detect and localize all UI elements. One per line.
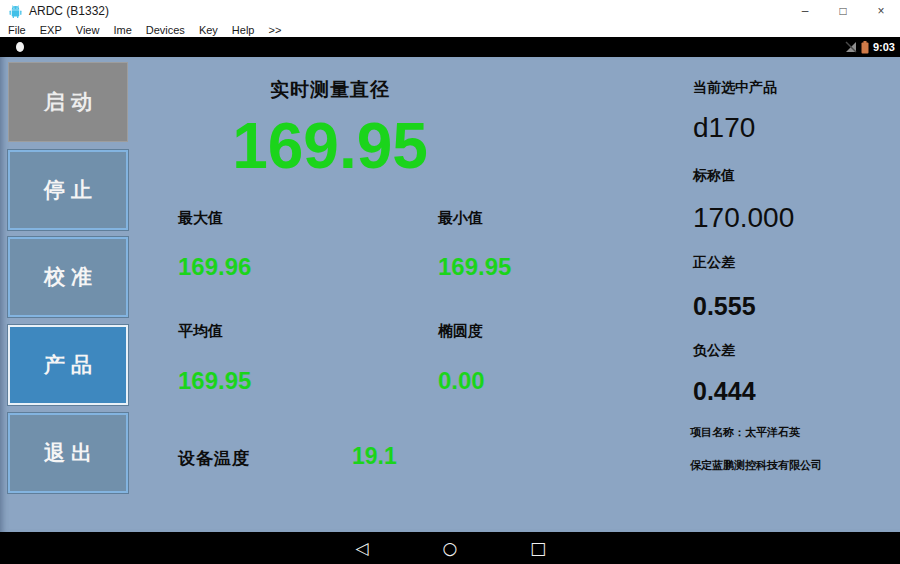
menu-file[interactable]: File — [8, 24, 26, 36]
menu-view[interactable]: View — [76, 24, 100, 36]
window-title: ARDC (B1332) — [29, 4, 109, 18]
menu-devices[interactable]: Devices — [146, 24, 185, 36]
current-diameter-value: 169.95 — [140, 109, 520, 183]
negative-tolerance-label: 负公差 — [693, 342, 735, 360]
notification-icon — [16, 42, 24, 52]
min-value-label: 最小值 — [438, 209, 483, 228]
calibrate-button[interactable]: 校准 — [8, 237, 128, 317]
menu-key[interactable]: Key — [199, 24, 218, 36]
no-signal-icon — [845, 41, 857, 53]
min-value: 169.95 — [438, 253, 511, 281]
battery-icon — [861, 41, 869, 54]
window-controls: – □ × — [786, 0, 900, 22]
device-temperature-value: 19.1 — [352, 443, 397, 470]
selected-product-label: 当前选中产品 — [693, 79, 777, 97]
close-button[interactable]: × — [862, 0, 900, 22]
exit-button[interactable]: 退出 — [8, 413, 128, 493]
positive-tolerance-value: 0.555 — [693, 292, 756, 321]
clock: 9:03 — [873, 41, 895, 53]
menu-help[interactable]: Help — [232, 24, 255, 36]
negative-tolerance-value: 0.444 — [693, 377, 756, 406]
product-button[interactable]: 产品 — [8, 325, 128, 405]
back-button[interactable]: ◁ — [350, 538, 374, 558]
ardc-emulator-window: ARDC (B1332) – □ × File EXP View Ime Dev… — [0, 0, 900, 564]
average-value-label: 平均值 — [178, 322, 223, 341]
maximize-button[interactable]: □ — [824, 0, 862, 22]
title-bar: ARDC (B1332) – □ × — [0, 0, 900, 22]
menu-exp[interactable]: EXP — [40, 24, 62, 36]
ellipticity-label: 椭圆度 — [438, 322, 483, 341]
minimize-button[interactable]: – — [786, 0, 824, 22]
status-icons: 9:03 — [845, 37, 895, 57]
positive-tolerance-label: 正公差 — [693, 254, 735, 272]
max-value-label: 最大值 — [178, 209, 223, 228]
android-nav-bar: ◁ ○ □ — [0, 532, 900, 564]
company-name: 保定蓝鹏测控科技有限公司 — [690, 458, 822, 473]
average-value: 169.95 — [178, 367, 251, 395]
project-name: 项目名称：太平洋石英 — [690, 425, 800, 440]
realtime-diameter-title: 实时测量直径 — [160, 77, 500, 103]
home-button[interactable]: ○ — [438, 538, 462, 558]
android-logo-icon — [8, 4, 23, 19]
max-value: 169.96 — [178, 253, 251, 281]
measurement-app-screen: 启动 停止 校准 产品 退出 实时测量直径 169.95 最大值 最小值 169… — [0, 57, 900, 532]
menu-ime[interactable]: Ime — [113, 24, 131, 36]
recents-button[interactable]: □ — [526, 538, 550, 558]
ellipticity-value: 0.00 — [438, 367, 485, 395]
menu-bar: File EXP View Ime Devices Key Help >> — [0, 22, 900, 37]
nominal-value: 170.000 — [693, 202, 794, 234]
start-button[interactable]: 启动 — [8, 62, 128, 142]
stop-button[interactable]: 停止 — [8, 150, 128, 230]
device-temperature-label: 设备温度 — [178, 447, 250, 470]
selected-product-value: d170 — [693, 112, 755, 144]
nominal-label: 标称值 — [693, 167, 735, 185]
menu-more[interactable]: >> — [268, 24, 281, 36]
android-status-bar: 9:03 — [0, 37, 900, 57]
